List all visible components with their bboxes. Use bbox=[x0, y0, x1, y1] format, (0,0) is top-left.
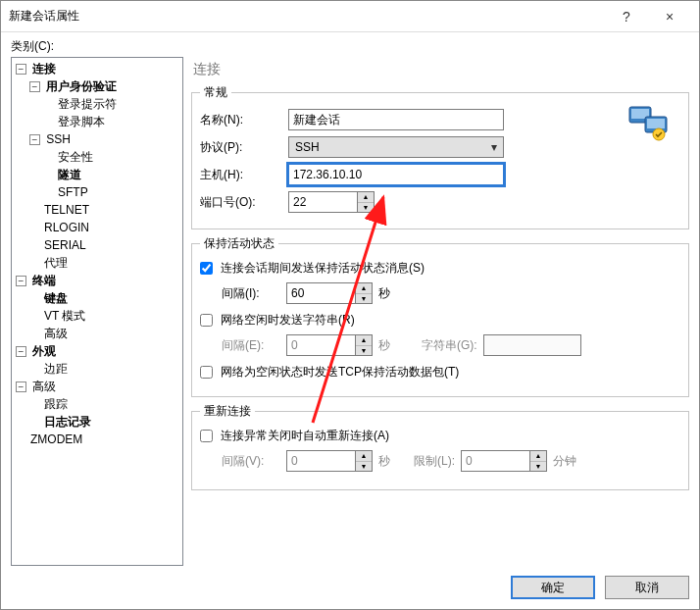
name-label: 名称(N): bbox=[200, 112, 284, 128]
tree-item-vtmode[interactable]: VT 模式 bbox=[44, 309, 85, 323]
interval-v-input bbox=[286, 450, 355, 472]
general-legend: 常规 bbox=[200, 84, 231, 101]
tree-toggler[interactable]: − bbox=[16, 346, 26, 357]
tree-item-tunnel[interactable]: 隧道 bbox=[58, 168, 81, 181]
spin-up[interactable]: ▲ bbox=[356, 283, 372, 294]
keepalive-group: 保持活动状态 连接会话期间发送保持活动状态消息(S) 间隔(I): ▲▼ 秒 bbox=[191, 235, 689, 397]
port-label: 端口号(O): bbox=[200, 194, 284, 211]
tree-item-security[interactable]: 安全性 bbox=[58, 150, 93, 164]
category-label: 类别(C): bbox=[11, 38, 689, 55]
tree-toggler[interactable]: − bbox=[16, 381, 26, 392]
minutes-unit: 分钟 bbox=[553, 453, 576, 470]
reconnect-legend: 重新连接 bbox=[200, 403, 255, 420]
tree-item-serial[interactable]: SERIAL bbox=[44, 238, 86, 252]
string-g-label: 字符串(G): bbox=[422, 337, 477, 354]
send-status-label: 连接会话期间发送保持活动状态消息(S) bbox=[221, 260, 425, 277]
close-button[interactable]: × bbox=[648, 1, 691, 32]
category-tree[interactable]: − 连接 − 用户身份验证 登录提示符 登录脚本 bbox=[11, 57, 183, 566]
port-input[interactable] bbox=[288, 191, 357, 213]
tree-item-keyboard[interactable]: 键盘 bbox=[44, 291, 68, 305]
string-g-input bbox=[483, 334, 581, 356]
interval-i-spinner[interactable]: ▲▼ bbox=[286, 282, 373, 304]
tree-item-rlogin[interactable]: RLOGIN bbox=[44, 221, 89, 234]
seconds-unit: 秒 bbox=[378, 453, 390, 470]
tree-item-margin[interactable]: 边距 bbox=[44, 362, 68, 376]
tree-item-connection[interactable]: 连接 bbox=[32, 62, 56, 76]
spin-up: ▲ bbox=[356, 335, 372, 346]
interval-e-spinner: ▲▼ bbox=[286, 334, 373, 356]
cancel-button[interactable]: 取消 bbox=[605, 576, 689, 599]
tree-item-telnet[interactable]: TELNET bbox=[44, 203, 89, 217]
protocol-label: 协议(P): bbox=[200, 139, 284, 156]
tree-item-terminal[interactable]: 终端 bbox=[32, 274, 56, 287]
tree-item-sftp[interactable]: SFTP bbox=[58, 185, 88, 199]
tree-toggler[interactable]: − bbox=[29, 81, 40, 92]
tree-item-logging[interactable]: 日志记录 bbox=[44, 415, 91, 429]
send-idle-string-checkbox[interactable] bbox=[200, 314, 213, 327]
general-group: 常规 名称(N): bbox=[191, 84, 689, 229]
seconds-unit: 秒 bbox=[378, 285, 390, 302]
help-button[interactable]: ? bbox=[605, 1, 648, 32]
interval-i-label: 间隔(I): bbox=[222, 285, 280, 302]
name-input[interactable] bbox=[288, 109, 504, 130]
spin-down: ▼ bbox=[356, 462, 372, 472]
seconds-unit: 秒 bbox=[378, 337, 390, 354]
send-status-checkbox[interactable] bbox=[200, 262, 213, 275]
page-heading: 连接 bbox=[191, 57, 689, 78]
window-title: 新建会话属性 bbox=[9, 8, 605, 25]
tree-toggler[interactable]: − bbox=[29, 134, 40, 145]
spin-down: ▼ bbox=[356, 346, 372, 356]
tree-item-trace[interactable]: 跟踪 bbox=[44, 397, 68, 411]
tree-item-loginscript[interactable]: 登录脚本 bbox=[58, 115, 105, 128]
ok-button[interactable]: 确定 bbox=[511, 576, 595, 599]
tree-item-appearance[interactable]: 外观 bbox=[32, 344, 56, 358]
reconnect-group: 重新连接 连接异常关闭时自动重新连接(A) 间隔(V): ▲▼ 秒 限制( bbox=[191, 403, 689, 490]
auto-reconnect-label: 连接异常关闭时自动重新连接(A) bbox=[221, 428, 389, 444]
protocol-value: SSH bbox=[295, 140, 320, 154]
auto-reconnect-checkbox[interactable] bbox=[200, 430, 213, 442]
tree-item-proxy[interactable]: 代理 bbox=[44, 256, 68, 270]
tree-toggler[interactable]: − bbox=[16, 276, 26, 286]
svg-rect-3 bbox=[647, 119, 665, 128]
tree-item-ssh[interactable]: SSH bbox=[46, 132, 71, 146]
send-tcp-label: 网络为空闲状态时发送TCP保持活动数据包(T) bbox=[221, 364, 459, 381]
tree-toggler[interactable]: − bbox=[16, 64, 26, 75]
limit-l-spinner: ▲▼ bbox=[461, 450, 547, 472]
send-idle-string-label: 网络空闲时发送字符串(R) bbox=[221, 312, 355, 329]
interval-v-label: 间隔(V): bbox=[222, 453, 280, 470]
spin-down[interactable]: ▼ bbox=[358, 203, 374, 213]
tree-item-advanced[interactable]: 高级 bbox=[32, 380, 56, 393]
spin-down[interactable]: ▼ bbox=[356, 294, 372, 304]
keepalive-legend: 保持活动状态 bbox=[200, 235, 278, 252]
tree-item-terminal-advanced[interactable]: 高级 bbox=[44, 327, 68, 340]
protocol-select[interactable]: SSH bbox=[288, 136, 504, 158]
connection-icon bbox=[627, 101, 671, 144]
interval-i-input[interactable] bbox=[286, 282, 355, 304]
spin-down: ▼ bbox=[530, 462, 546, 472]
spin-up[interactable]: ▲ bbox=[358, 192, 374, 203]
host-input[interactable] bbox=[288, 164, 504, 185]
tree-item-userauth[interactable]: 用户身份验证 bbox=[46, 79, 117, 93]
tree-item-zmodem[interactable]: ZMODEM bbox=[30, 432, 82, 446]
tree-item-loginprompt[interactable]: 登录提示符 bbox=[58, 97, 117, 111]
port-spinner[interactable]: ▲▼ bbox=[288, 191, 375, 213]
limit-l-label: 限制(L): bbox=[414, 453, 455, 470]
spin-up: ▲ bbox=[356, 451, 372, 462]
send-tcp-checkbox[interactable] bbox=[200, 366, 213, 379]
spin-up: ▲ bbox=[530, 451, 546, 462]
interval-e-label: 间隔(E): bbox=[222, 337, 280, 354]
interval-v-spinner: ▲▼ bbox=[286, 450, 373, 472]
limit-l-input bbox=[461, 450, 529, 472]
interval-e-input bbox=[286, 334, 355, 356]
host-label: 主机(H): bbox=[200, 167, 284, 183]
